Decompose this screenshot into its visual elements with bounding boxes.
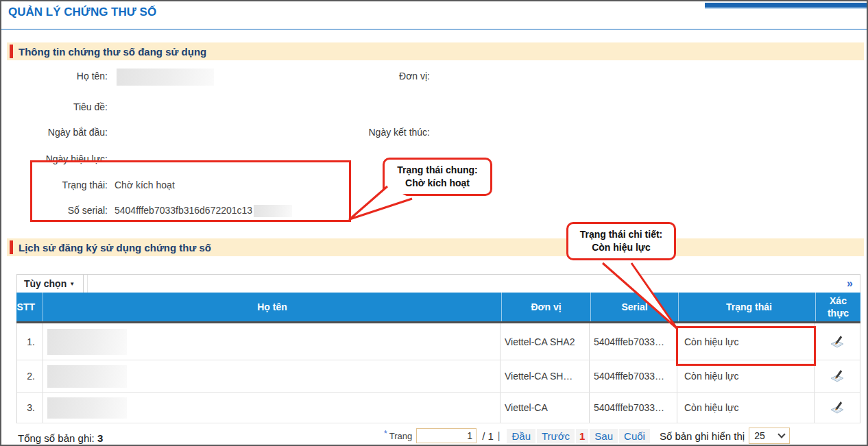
cell-ho-ten-redacted	[43, 360, 501, 392]
label-tieu-de: Tiêu đề:	[15, 101, 108, 112]
signature-pen-icon	[830, 335, 845, 349]
section-accent-bar	[10, 45, 13, 58]
section-title-cert-info: Thông tin chứng thư số đang sử dụng	[19, 46, 206, 58]
current-page-number[interactable]: 1	[576, 429, 588, 443]
so-serial-text: 5404fffeb7033fb316d672201c13	[114, 205, 252, 216]
accent-bar-light	[705, 8, 867, 9]
top-right-accent-bar	[705, 3, 867, 9]
table-row[interactable]: 3. Viettel-CA 5404fffeb7033… Còn hiệu lự…	[17, 393, 860, 423]
page-title: QUẢN LÝ CHỨNG THƯ SỐ	[8, 5, 156, 19]
callout-general-status: Trạng thái chung: Chờ kích hoạt	[383, 158, 492, 196]
cell-trang-thai: Còn hiệu lực	[677, 360, 815, 392]
so-serial-redacted-tail	[254, 205, 292, 217]
dropdown-caret-icon: ▼	[69, 281, 75, 287]
cell-serial: 5404fffeb7033…	[590, 393, 677, 423]
label-ngay-ket-thuc: Ngày kết thúc:	[289, 127, 430, 138]
certificate-management-screen: QUẢN LÝ CHỨNG THƯ SỐ Thông tin chứng thư…	[0, 0, 868, 446]
cell-trang-thai: Còn hiệu lực	[677, 393, 815, 423]
column-header-stt: STT	[16, 293, 43, 321]
expand-toolbar-button[interactable]: »	[847, 277, 860, 290]
accent-bar-dark	[705, 3, 867, 8]
total-records: Tổng số bản ghi: 3	[18, 432, 103, 444]
label-ngay-bat-dau: Ngày bắt đầu:	[15, 127, 108, 138]
trang-thai-value: Chờ kích hoạt	[114, 179, 175, 190]
cell-ho-ten-redacted	[43, 323, 501, 360]
cell-trang-thai: Còn hiệu lực	[677, 323, 815, 360]
options-menu-label: Tùy chọn	[24, 278, 67, 289]
title-divider	[1, 29, 867, 30]
page-count: / 1	[482, 430, 494, 442]
label-trang-thai: Trạng thái:	[15, 179, 108, 190]
label-so-serial: Số serial:	[15, 205, 108, 216]
table-header-row: STT Họ tên Đơn vị Serial Trạng thái Xác …	[16, 293, 860, 323]
column-header-serial: Serial	[590, 293, 678, 321]
column-header-don-vi: Đơn vị	[501, 293, 590, 321]
redacted-name	[47, 397, 127, 419]
column-header-ho-ten: Họ tên	[43, 293, 501, 321]
options-menu-button[interactable]: Tùy chọn ▼	[17, 275, 84, 293]
verify-signature-button[interactable]	[815, 323, 860, 360]
verify-signature-button[interactable]	[815, 360, 860, 392]
table-row[interactable]: 2. Viettel-CA SH… 5404fffeb7033… Còn hiệ…	[17, 360, 860, 393]
section-accent-bar	[10, 240, 13, 254]
label-ho-ten: Họ tên:	[15, 71, 108, 82]
required-asterisk: *	[384, 429, 387, 438]
first-page-link[interactable]: Đầu	[507, 429, 535, 443]
pagination-bar: * Trang / 1 | Đầu Trước 1 Sau Cuối Số bả…	[384, 426, 790, 445]
column-header-trang-thai: Trạng thái	[678, 293, 815, 321]
chevron-down-icon	[778, 430, 786, 438]
page-size-select[interactable]: 25	[749, 428, 790, 444]
total-records-value: 3	[97, 432, 103, 444]
next-page-link[interactable]: Sau	[590, 429, 618, 443]
ho-ten-value-redacted	[117, 69, 214, 86]
cell-stt: 1.	[17, 323, 43, 360]
prev-page-link[interactable]: Trước	[537, 429, 575, 443]
redacted-name	[47, 365, 127, 388]
cell-don-vi: Viettel-CA SH…	[501, 360, 590, 392]
cell-don-vi: Viettel-CA SHA2	[501, 323, 590, 360]
cell-serial: 5404fffeb7033…	[590, 360, 677, 392]
pagination-separator: |	[498, 430, 501, 441]
page-size-value: 25	[754, 430, 765, 441]
callout-general-line1: Trạng thái chung:	[391, 164, 483, 177]
cell-stt: 2.	[17, 360, 43, 392]
signature-pen-icon	[830, 401, 845, 414]
callout-general-line2: Chờ kích hoạt	[391, 177, 483, 190]
label-don-vi: Đơn vị:	[289, 71, 430, 82]
last-page-link[interactable]: Cuối	[619, 429, 650, 443]
callout-detail-line1: Trạng thái chi tiết:	[575, 228, 667, 241]
total-records-label: Tổng số bản ghi:	[18, 432, 95, 444]
section-header-cert-info: Thông tin chứng thư số đang sử dụng	[7, 42, 864, 60]
callout-detail-line2: Còn hiệu lực	[575, 241, 667, 254]
so-serial-value: 5404fffeb7033fb316d672201c13	[114, 205, 292, 217]
signature-pen-icon	[830, 369, 845, 383]
page-size-label: Số bản ghi hiển thị	[660, 430, 745, 442]
page-number-input[interactable]	[416, 428, 477, 443]
verify-signature-button[interactable]	[815, 393, 860, 423]
page-label: Trang	[389, 431, 412, 441]
table-body: 1. Viettel-CA SHA2 5404fffeb7033… Còn hi…	[16, 323, 860, 423]
cell-ho-ten-redacted	[43, 393, 501, 423]
section-title-history: Lịch sử đăng ký sử dụng chứng thư số	[19, 242, 211, 253]
section-header-history: Lịch sử đăng ký sử dụng chứng thư số	[7, 238, 864, 256]
table-row[interactable]: 1. Viettel-CA SHA2 5404fffeb7033… Còn hi…	[17, 323, 860, 360]
column-header-xac-thuc: Xác thực	[815, 293, 860, 321]
toolbar-divider	[87, 275, 88, 293]
history-table: Tùy chọn ▼ » STT Họ tên Đơn vị Serial Tr…	[16, 274, 860, 423]
cell-stt: 3.	[17, 393, 43, 423]
callout-detail-status: Trạng thái chi tiết: Còn hiệu lực	[566, 222, 676, 260]
table-toolbar: Tùy chọn ▼ »	[16, 274, 860, 293]
redacted-name	[47, 329, 127, 355]
cell-serial: 5404fffeb7033…	[590, 323, 677, 360]
label-ngay-hieu-luc: Ngày hiệu lực:	[15, 153, 108, 164]
cell-don-vi: Viettel-CA	[501, 393, 590, 423]
